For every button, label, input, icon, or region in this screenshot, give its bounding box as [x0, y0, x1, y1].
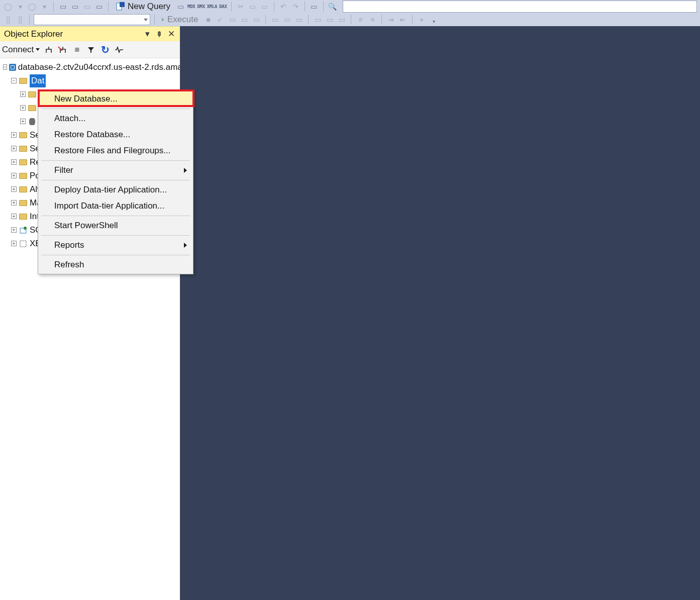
open-icon[interactable]: ▭	[70, 2, 80, 12]
xmla-button[interactable]: XMLA	[207, 4, 217, 9]
menu-reports[interactable]: Reports	[38, 237, 193, 253]
expand-icon[interactable]: +	[11, 173, 17, 178]
results-text-icon[interactable]: ▭	[325, 15, 335, 25]
uncomment-icon[interactable]: ≡	[367, 15, 377, 25]
specify-icon[interactable]: ⌖	[417, 15, 427, 25]
parse-icon[interactable]: ✓	[215, 15, 225, 25]
menu-divider	[41, 235, 190, 236]
execute-button[interactable]: Execute	[159, 15, 201, 25]
menu-divider	[41, 180, 190, 180]
disconnect-icon[interactable]	[58, 45, 68, 55]
debug-icon[interactable]: ⣿	[3, 15, 13, 25]
overflow-caret-icon[interactable]: ▾	[429, 16, 439, 26]
filter-icon[interactable]	[86, 45, 96, 55]
search-input[interactable]	[343, 1, 697, 13]
mdx-button[interactable]: MDX	[187, 4, 195, 9]
menu-start-powershell[interactable]: Start PowerShell	[38, 218, 193, 234]
server-label: database-2.ctv2u04ccrxf.us-east-2.rds.am…	[18, 61, 180, 74]
tree-server-node[interactable]: −database-2.ctv2u04ccrxf.us-east-2.rds.a…	[2, 60, 180, 74]
redo-icon[interactable]: ↷	[290, 2, 301, 12]
panel-dropdown-icon[interactable]: ▾	[143, 30, 152, 39]
connect-label: Connect	[2, 45, 34, 55]
menu-label: Deploy Data-tier Application...	[54, 185, 167, 195]
expand-icon[interactable]: +	[11, 159, 17, 165]
expand-icon[interactable]: +	[11, 200, 17, 206]
grid1-icon[interactable]: ▭	[270, 15, 280, 25]
query-template-icon[interactable]: ▭	[175, 2, 185, 12]
menu-label: New Database...	[54, 94, 118, 104]
plan2-icon[interactable]: ▭	[239, 15, 249, 25]
outdent-icon[interactable]: ⇤	[398, 15, 408, 25]
stop-icon[interactable]: ■	[203, 15, 213, 25]
panel-close-icon[interactable]: ✕	[167, 30, 176, 39]
activity-icon[interactable]	[114, 45, 124, 55]
menu-refresh[interactable]: Refresh	[38, 257, 193, 273]
expand-icon[interactable]: +	[11, 227, 17, 233]
folder-icon	[19, 199, 28, 207]
menu-filter[interactable]: Filter	[38, 162, 193, 178]
find-icon[interactable]: 🔍	[328, 2, 338, 12]
expand-icon[interactable]: +	[11, 132, 17, 138]
toolbar-separator	[351, 15, 351, 25]
comment-icon[interactable]: ≡	[355, 15, 365, 25]
results-file-icon[interactable]: ▭	[337, 15, 347, 25]
stop-icon[interactable]: ■	[72, 45, 82, 55]
dax-button[interactable]: DAX	[219, 4, 227, 9]
nav-back-icon[interactable]: ◯	[3, 2, 13, 12]
dmx-button[interactable]: DMX	[197, 4, 205, 9]
grid3-icon[interactable]: ▭	[294, 15, 304, 25]
sqlagent-icon	[19, 226, 28, 234]
expand-icon[interactable]: +	[20, 105, 26, 111]
menu-divider	[41, 109, 190, 109]
expand-icon[interactable]: +	[11, 214, 17, 219]
menu-import-dac[interactable]: Import Data-tier Application...	[38, 198, 193, 214]
toolbar-separator	[381, 15, 382, 25]
expand-icon[interactable]: +	[20, 91, 26, 97]
svg-rect-1	[120, 2, 125, 7]
databases-context-menu: New Database... Attach... Restore Databa…	[38, 89, 193, 274]
menu-label: Refresh	[54, 260, 84, 270]
grid2-icon[interactable]: ▭	[282, 15, 292, 25]
connect-icon[interactable]	[44, 45, 54, 55]
save-icon[interactable]: ▭	[82, 2, 92, 12]
nav-back-caret-icon[interactable]: ▾	[15, 2, 25, 12]
props-icon[interactable]: ▭	[309, 2, 319, 12]
undo-icon[interactable]: ↶	[278, 2, 288, 12]
databases-label: Dat	[30, 74, 46, 87]
submenu-arrow-icon	[184, 168, 187, 173]
cut-icon[interactable]: ✂	[236, 2, 246, 12]
execute-label: Execute	[167, 15, 198, 25]
folder-icon	[19, 145, 28, 153]
refresh-icon[interactable]: ↻	[100, 45, 110, 55]
tree-databases-node[interactable]: −Dat	[2, 74, 180, 87]
new-query-button[interactable]: New Query	[113, 2, 173, 12]
debug2-icon[interactable]: ⣿	[15, 15, 25, 25]
saveall-icon[interactable]: ▭	[94, 2, 104, 12]
menu-new-database[interactable]: New Database...	[38, 91, 193, 107]
menu-deploy-dac[interactable]: Deploy Data-tier Application...	[38, 182, 193, 198]
expand-icon[interactable]: +	[11, 146, 17, 151]
menu-restore-files[interactable]: Restore Files and Filegroups...	[38, 143, 193, 159]
collapse-icon[interactable]: −	[3, 64, 7, 70]
plan3-icon[interactable]: ▭	[251, 15, 261, 25]
expand-icon[interactable]: +	[20, 119, 26, 124]
menu-attach[interactable]: Attach...	[38, 111, 193, 127]
indent-icon[interactable]: ⇥	[386, 15, 396, 25]
panel-pin-icon[interactable]	[155, 30, 164, 39]
copy-icon[interactable]: ▭	[248, 2, 258, 12]
paste-icon[interactable]: ▭	[260, 2, 270, 12]
nav-fwd-caret-icon[interactable]: ▾	[39, 2, 49, 12]
new-icon[interactable]: ▭	[58, 2, 68, 12]
plan1-icon[interactable]: ▭	[227, 15, 237, 25]
play-icon	[162, 18, 164, 22]
database-combo[interactable]	[34, 14, 150, 25]
collapse-icon[interactable]: −	[11, 78, 17, 83]
menu-restore-database[interactable]: Restore Database...	[38, 127, 193, 143]
main-toolbar-2: ⣿ ⣿ Execute ■ ✓ ▭ ▭ ▭ ▭ ▭ ▭ ▭ ▭ ▭ ≡ ≡ ⇥ …	[0, 13, 700, 26]
results-grid-icon[interactable]: ▭	[313, 15, 323, 25]
new-query-icon	[116, 2, 125, 11]
connect-dropdown[interactable]: Connect	[2, 45, 40, 55]
nav-fwd-icon[interactable]: ◯	[27, 2, 37, 12]
expand-icon[interactable]: +	[11, 186, 17, 192]
expand-icon[interactable]: +	[11, 241, 17, 246]
